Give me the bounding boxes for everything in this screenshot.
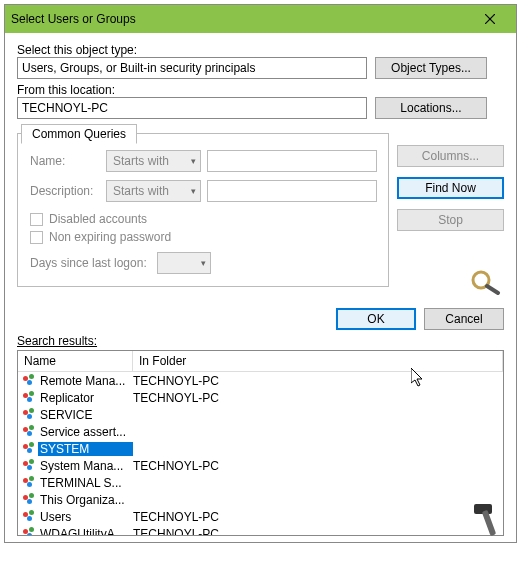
description-input [207,180,377,202]
magnifier-icon [470,241,504,298]
result-row[interactable]: WDAGUtilityA...TECHNOYL-PC [18,525,503,536]
description-operator-dropdown: Starts with▾ [106,180,201,202]
result-name: SYSTEM [38,442,133,456]
result-row[interactable]: TERMINAL S... [18,474,503,491]
result-folder: TECHNOYL-PC [133,510,503,524]
group-icon [22,442,38,456]
group-icon [22,425,38,439]
checkbox-icon [30,213,43,226]
results-header: Name In Folder [18,351,503,372]
result-folder: TECHNOYL-PC [133,391,503,405]
group-icon [22,374,38,388]
result-name: Service assert... [38,425,133,439]
group-icon [22,391,38,405]
result-row[interactable]: Service assert... [18,423,503,440]
result-row[interactable]: SERVICE [18,406,503,423]
result-name: System Mana... [38,459,133,473]
cancel-button[interactable]: Cancel [424,308,504,330]
result-row[interactable]: ReplicatorTECHNOYL-PC [18,389,503,406]
dialog-body: Select this object type: Users, Groups, … [5,33,516,542]
name-input [207,150,377,172]
column-folder[interactable]: In Folder [133,351,503,371]
result-folder: TECHNOYL-PC [133,459,503,473]
location-section: From this location: TECHNOYL-PC Location… [17,83,504,119]
queries-panel: Name: Starts with▾ Description: Starts w… [17,133,389,287]
queries-section: Common Queries Name: Starts with▾ Descri… [17,123,504,298]
window-title: Select Users or Groups [11,12,470,26]
dialog-buttons: OK Cancel [17,308,504,330]
result-name: Replicator [38,391,133,405]
columns-button: Columns... [397,145,504,167]
find-now-button[interactable]: Find Now [397,177,504,199]
search-results-label: Search results: [17,334,504,348]
result-name: SERVICE [38,408,133,422]
checkbox-icon [30,231,43,244]
object-type-label: Select this object type: [17,43,504,57]
group-icon [22,459,38,473]
disabled-accounts-checkbox: Disabled accounts [30,212,376,226]
result-name: WDAGUtilityA... [38,527,133,537]
group-icon [22,527,38,537]
result-row[interactable]: UsersTECHNOYL-PC [18,508,503,525]
dialog-window: Select Users or Groups Select this objec… [4,4,517,543]
svg-line-3 [487,286,498,293]
days-since-logon-label: Days since last logon: [30,256,147,270]
name-label: Name: [30,154,100,168]
group-icon [22,493,38,507]
object-types-button[interactable]: Object Types... [375,57,487,79]
result-name: Remote Mana... [38,374,133,388]
chevron-down-icon: ▾ [191,156,196,166]
result-folder: TECHNOYL-PC [133,527,503,537]
name-operator-dropdown: Starts with▾ [106,150,201,172]
side-buttons: Columns... Find Now Stop [397,125,504,298]
result-row[interactable]: System Mana...TECHNOYL-PC [18,457,503,474]
group-icon [22,476,38,490]
result-name: This Organiza... [38,493,133,507]
group-icon [22,408,38,422]
close-icon [485,14,495,24]
days-dropdown: ▾ [157,252,211,274]
chevron-down-icon: ▾ [191,186,196,196]
hammer-icon [470,500,510,540]
column-name[interactable]: Name [18,351,133,371]
result-row[interactable]: Remote Mana...TECHNOYL-PC [18,372,503,389]
result-row[interactable]: SYSTEM [18,440,503,457]
object-type-section: Select this object type: Users, Groups, … [17,43,504,79]
ok-button[interactable]: OK [336,308,416,330]
location-field[interactable]: TECHNOYL-PC [17,97,367,119]
non-expiring-password-checkbox: Non expiring password [30,230,376,244]
chevron-down-icon: ▾ [201,258,206,268]
description-label: Description: [30,184,100,198]
object-type-field[interactable]: Users, Groups, or Built-in security prin… [17,57,367,79]
result-folder: TECHNOYL-PC [133,374,503,388]
result-name: Users [38,510,133,524]
title-bar: Select Users or Groups [5,5,516,33]
location-label: From this location: [17,83,504,97]
group-icon [22,510,38,524]
stop-button: Stop [397,209,504,231]
result-name: TERMINAL S... [38,476,133,490]
close-button[interactable] [470,8,510,30]
results-list[interactable]: Name In Folder Remote Mana...TECHNOYL-PC… [17,350,504,536]
locations-button[interactable]: Locations... [375,97,487,119]
tab-common-queries[interactable]: Common Queries [21,124,137,144]
result-row[interactable]: This Organiza... [18,491,503,508]
